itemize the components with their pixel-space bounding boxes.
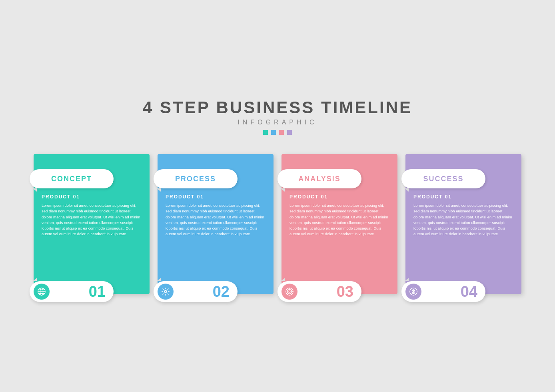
step-1-number: 01 (89, 283, 106, 300)
process-label-tab: PROCESS (154, 169, 238, 188)
analysis-bottom-tab: 03 (278, 281, 361, 302)
gears-svg (161, 287, 170, 296)
svg-point-7 (287, 290, 292, 294)
analysis-product-title: PRODUCT 01 (289, 194, 389, 200)
success-label-tab: SUCCESS (401, 169, 485, 188)
step-3-number: 03 (337, 283, 353, 300)
target-svg (285, 287, 294, 296)
analysis-label: ANALYSIS (298, 175, 340, 183)
step-2-number: 02 (213, 283, 230, 300)
success-bottom-tab: 04 (401, 281, 485, 302)
target-icon (281, 284, 297, 300)
cards-container: CONCEPT PRODUCT 01 Lorem ipsum dolor sit… (34, 154, 521, 294)
process-desc: Lorem ipsum dolor sit amet, consectetuer… (166, 203, 266, 237)
analysis-desc: Lorem ipsum dolor sit amet, consectetuer… (289, 203, 389, 237)
step-4-number: 04 (461, 283, 477, 300)
sub-title: INFOGRAPHIC (143, 119, 412, 126)
globe-icon (34, 284, 50, 300)
card-analysis: ANALYSIS PRODUCT 01 Lorem ipsum dolor si… (281, 154, 397, 294)
dot-3 (279, 130, 284, 135)
gears-icon (158, 284, 174, 300)
card-success: SUCCESS PRODUCT 01 Lorem ipsum dolor sit… (405, 154, 521, 294)
card-concept: CONCEPT PRODUCT 01 Lorem ipsum dolor sit… (34, 154, 150, 294)
svg-point-8 (289, 291, 290, 292)
dot-1 (263, 130, 268, 135)
concept-desc: Lorem ipsum dolor sit amet, consectetuer… (42, 203, 142, 237)
globe-svg (37, 287, 46, 296)
header: 4 STEP BUSINESS TIMELINE INFOGRAPHIC (143, 98, 412, 135)
success-label: SUCCESS (423, 175, 463, 183)
concept-bottom-tab: 01 (30, 281, 114, 302)
concept-label-tab: CONCEPT (30, 169, 114, 188)
color-dots (143, 130, 412, 135)
concept-product-title: PRODUCT 01 (42, 194, 142, 200)
dot-2 (271, 130, 276, 135)
analysis-label-tab: ANALYSIS (278, 169, 361, 188)
concept-label: CONCEPT (51, 175, 92, 183)
svg-point-5 (164, 290, 167, 293)
process-label: PROCESS (175, 175, 216, 183)
dollar-svg (409, 287, 418, 296)
process-bottom-tab: 02 (154, 281, 238, 302)
dollar-icon (405, 284, 421, 300)
main-title: 4 STEP BUSINESS TIMELINE (143, 98, 412, 117)
success-desc: Lorem ipsum dolor sit amet, consectetuer… (413, 203, 513, 237)
dot-4 (287, 130, 292, 135)
success-product-title: PRODUCT 01 (413, 194, 513, 200)
card-process: PROCESS PRODUCT 01 Lorem ipsum dolor sit… (158, 154, 274, 294)
process-product-title: PRODUCT 01 (166, 194, 266, 200)
